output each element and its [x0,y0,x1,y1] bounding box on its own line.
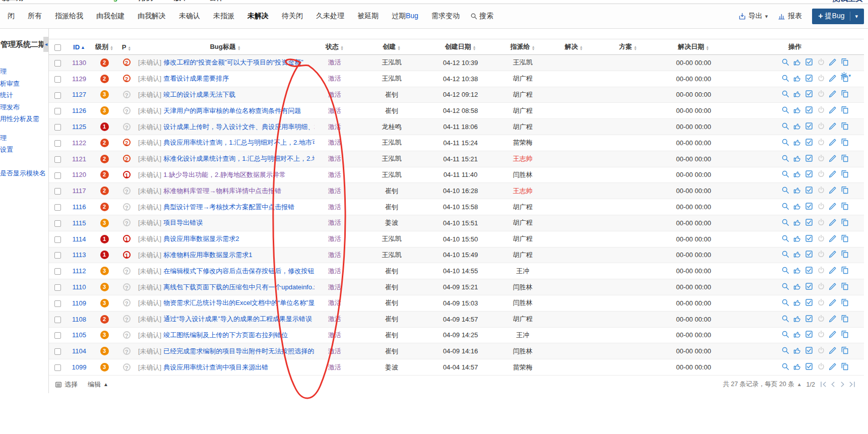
bug-title-link[interactable]: 标准物料应用率数据显示需求1 [163,251,252,259]
close-bug-icon[interactable] [817,362,825,372]
bug-title-link[interactable]: 修改工程的“投资金额”可以大于项目的“投资金额” [163,58,303,66]
copy-bug-icon[interactable] [841,362,849,372]
bug-title-link[interactable]: 典设应用率数据显示需求2 [163,235,239,242]
topbar-menu-item[interactable]: Bug [104,0,117,2]
column-header[interactable]: 方案▲▲▼ [595,39,661,55]
bug-title-link[interactable]: 项目导出错误 [163,219,203,226]
page-size-dropup[interactable]: ▲ [797,382,802,387]
edit-bug-icon[interactable] [829,330,837,340]
close-bug-icon[interactable] [817,122,825,132]
edit-bug-icon[interactable] [829,266,837,276]
select-all-checkbox[interactable] [54,44,61,51]
topbar-menu-item[interactable]: 统二期 [2,0,23,3]
resolve-bug-icon[interactable] [805,74,813,84]
bug-id-link[interactable]: 1114 [73,235,86,243]
first-page-button[interactable] [820,381,827,388]
edit-bug-icon[interactable] [829,154,837,164]
topbar-menu-item[interactable]: 用例 [139,0,153,3]
column-header[interactable]: 操作▲▲▼ [726,39,864,55]
edit-bug-icon[interactable] [829,186,837,196]
confirm-bug-icon[interactable] [781,106,789,115]
row-checkbox[interactable] [54,236,61,243]
edit-bug-icon[interactable] [829,106,837,115]
confirm-bug-icon[interactable] [781,90,789,99]
sidebar-module-link[interactable]: 理 [0,66,48,78]
confirm-bug-icon[interactable] [781,122,789,132]
topbar-menu-item[interactable]: 套件 [209,0,223,3]
copy-bug-icon[interactable] [841,170,849,179]
edit-bug-icon[interactable] [829,234,837,244]
copy-bug-icon[interactable] [841,282,849,292]
bug-id-link[interactable]: 1129 [72,75,86,83]
edit-bug-icon[interactable] [829,170,837,179]
close-bug-icon[interactable] [817,298,825,308]
column-header[interactable]: P▲▲▼ [117,39,136,55]
assign-bug-icon[interactable] [793,58,801,68]
edit-bug-icon[interactable] [829,202,837,212]
bug-title-link[interactable]: 离线包下载页面下载的压缩包中只有一个updateinfo.xm [163,283,315,291]
assign-bug-icon[interactable] [793,362,801,372]
row-checkbox[interactable] [54,252,61,259]
close-bug-icon[interactable] [817,138,825,148]
close-bug-icon[interactable] [817,106,825,115]
assign-bug-icon[interactable] [793,346,801,356]
resolve-bug-icon[interactable] [805,90,813,99]
assign-bug-icon[interactable] [793,138,801,148]
confirm-bug-icon[interactable] [781,282,789,292]
close-bug-icon[interactable] [817,74,825,84]
bug-id-link[interactable]: 1112 [73,267,86,275]
bug-id-link[interactable]: 1127 [72,91,86,98]
bug-title-link[interactable]: 天津用户的两率审核的单位名称查询条件有问题 [163,107,301,114]
row-checkbox[interactable] [54,348,61,355]
row-checkbox[interactable] [54,60,61,67]
bug-id-link[interactable]: 1116 [73,203,86,211]
edit-bug-icon[interactable] [829,122,837,132]
bug-id-link[interactable]: 1105 [72,331,86,339]
resolve-bug-icon[interactable] [805,330,813,340]
sidebar-module-link[interactable]: 统计 [0,89,48,101]
edit-bug-icon[interactable] [829,346,837,356]
copy-bug-icon[interactable] [841,266,849,276]
sidebar-module-link[interactable]: 设置 [0,144,48,156]
assign-bug-icon[interactable] [793,315,801,324]
close-bug-icon[interactable] [817,330,825,340]
confirm-bug-icon[interactable] [781,202,789,212]
copy-bug-icon[interactable] [841,186,849,196]
assign-bug-icon[interactable] [793,218,801,228]
bug-title-link[interactable]: 通过“导入设计成果”导入的成果的工程成果显示错误 [163,315,312,323]
bug-title-link[interactable]: 已经完成需求编制的项目导出附件时无法按照选择的附 [163,347,315,355]
copy-bug-icon[interactable] [841,315,849,324]
bug-id-link[interactable]: 1120 [72,171,86,178]
resolve-bug-icon[interactable] [805,154,813,164]
close-bug-icon[interactable] [817,346,825,356]
resolve-bug-icon[interactable] [805,234,813,244]
resolve-bug-icon[interactable] [805,186,813,196]
close-bug-icon[interactable] [817,90,825,99]
filter-tab[interactable]: 由我解决 [131,12,172,21]
close-bug-icon[interactable] [817,315,825,324]
bug-id-link[interactable]: 1110 [73,283,86,291]
sidebar-module-link[interactable]: 用性分析及需 [0,113,48,125]
copy-bug-icon[interactable] [841,90,849,99]
assign-bug-icon[interactable] [793,330,801,340]
row-checkbox[interactable] [54,204,61,211]
row-checkbox[interactable] [54,76,61,83]
edit-bug-icon[interactable] [829,282,837,292]
confirm-bug-icon[interactable] [781,186,789,196]
topbar-right-link[interactable]: 测试主页 [833,0,863,4]
confirm-bug-icon[interactable] [781,315,789,324]
assign-bug-icon[interactable] [793,282,801,292]
assign-bug-icon[interactable] [793,90,801,99]
bug-id-link[interactable]: 1130 [72,59,86,67]
assign-bug-icon[interactable] [793,186,801,196]
resolve-bug-icon[interactable] [805,170,813,179]
assign-bug-icon[interactable] [793,74,801,84]
bug-id-link[interactable]: 1125 [72,123,86,131]
column-header[interactable]: 创建日期▲▲▼ [428,39,492,55]
report-button[interactable]: 报表 [778,12,802,21]
resolve-bug-icon[interactable] [805,298,813,308]
row-checkbox[interactable] [54,364,61,371]
confirm-bug-icon[interactable] [781,234,789,244]
edit-bug-icon[interactable] [829,298,837,308]
filter-tab[interactable]: 所有 [21,12,48,21]
